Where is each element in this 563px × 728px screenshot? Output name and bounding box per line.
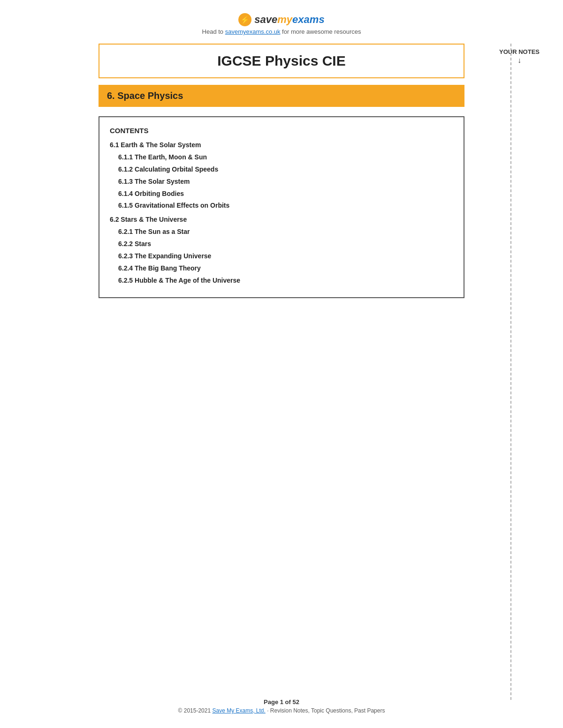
contents-list-item: 6.2.2 Stars (110, 238, 453, 250)
logo-exams: exams (292, 14, 325, 25)
main-content: YOUR NOTES ↓ IGCSE Physics CIE 6. Space … (99, 44, 464, 308)
header-subtitle: Head to savemyexams.co.uk for more aweso… (202, 28, 361, 35)
page-container: ⚡ savemyexams Head to savemyexams.co.uk … (0, 0, 563, 728)
contents-list-item: 6.1.2 Calculating Orbital Speeds (110, 164, 453, 176)
title-box: IGCSE Physics CIE (99, 44, 464, 78)
contents-list: 6.1 Earth & The Solar System6.1.1 The Ea… (110, 139, 453, 287)
contents-list-item: 6.2.4 The Big Bang Theory (110, 263, 453, 275)
logo-area: ⚡ savemyexams (238, 13, 324, 26)
contents-list-item: 6.1 Earth & The Solar System (110, 139, 453, 151)
header: ⚡ savemyexams Head to savemyexams.co.uk … (202, 13, 361, 35)
subtitle-after-link: for more awesome resources (280, 28, 361, 35)
contents-list-item: 6.2 Stars & The Universe (110, 214, 453, 226)
contents-box: CONTENTS 6.1 Earth & The Solar System6.1… (99, 116, 464, 298)
section-header: 6. Space Physics (99, 85, 464, 107)
contents-list-item: 6.1.5 Gravitational Effects on Orbits (110, 200, 453, 212)
dashed-separator-line (510, 44, 511, 700)
page-title: IGCSE Physics CIE (109, 53, 454, 69)
contents-list-item: 6.1.4 Orbiting Bodies (110, 188, 453, 200)
logo-save: save (254, 14, 277, 25)
copyright-after: · Revision Notes, Topic Questions, Past … (266, 707, 385, 714)
your-notes-sidebar: YOUR NOTES ↓ (499, 48, 540, 65)
your-notes-arrow: ↓ (499, 56, 540, 65)
section-title: 6. Space Physics (107, 90, 456, 101)
logo-bolt-icon: ⚡ (238, 13, 251, 26)
contents-list-item: 6.2.3 The Expanding Universe (110, 250, 453, 263)
footer-copyright: © 2015-2021 Save My Exams, Ltd. · Revisi… (0, 707, 563, 714)
footer-page-number: Page 1 of 52 (0, 698, 563, 705)
footer: Page 1 of 52 © 2015-2021 Save My Exams, … (0, 698, 563, 714)
contents-heading: CONTENTS (110, 127, 453, 135)
contents-list-item: 6.2.5 Hubble & The Age of the Universe (110, 275, 453, 287)
subtitle-before-link: Head to (202, 28, 225, 35)
subtitle-link[interactable]: savemyexams.co.uk (225, 28, 281, 35)
copyright-before: © 2015-2021 (178, 707, 213, 714)
contents-list-item: 6.1.3 The Solar System (110, 176, 453, 188)
logo-text: savemyexams (254, 14, 324, 26)
your-notes-label: YOUR NOTES (499, 48, 540, 55)
contents-list-item: 6.2.1 The Sun as a Star (110, 226, 453, 238)
contents-list-item: 6.1.1 The Earth, Moon & Sun (110, 151, 453, 164)
logo-my: my (277, 14, 292, 25)
copyright-link[interactable]: Save My Exams, Ltd. (212, 707, 265, 714)
